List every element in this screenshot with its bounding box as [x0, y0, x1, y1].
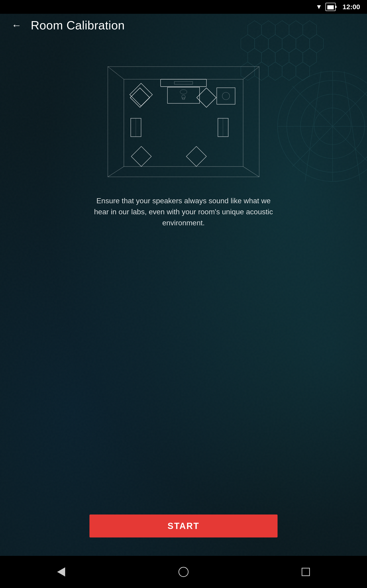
- back-arrow-icon: ←: [11, 19, 22, 31]
- wifi-icon: ▼: [316, 3, 322, 10]
- description-text: Ensure that your speakers always sound l…: [80, 195, 287, 228]
- svg-marker-31: [108, 67, 259, 177]
- subwoofer-diagram: [217, 88, 235, 104]
- side-right-speaker: [218, 118, 228, 137]
- main-content: Ensure that your speakers always sound l…: [0, 37, 367, 556]
- start-button[interactable]: START: [90, 515, 277, 537]
- svg-rect-46: [130, 88, 150, 107]
- back-button[interactable]: ←: [9, 17, 24, 33]
- nav-bar: [0, 556, 367, 588]
- tv-unit-diagram: [167, 87, 200, 103]
- soundbar-diagram: [161, 79, 206, 86]
- svg-line-32: [108, 67, 124, 79]
- svg-line-33: [243, 67, 259, 79]
- page-title: Room Calibration: [31, 18, 125, 32]
- status-icons: ▼ 12:00: [316, 3, 360, 11]
- back-nav-button[interactable]: [50, 563, 73, 581]
- svg-line-34: [108, 166, 124, 177]
- recent-nav-icon: [302, 568, 310, 576]
- svg-rect-38: [174, 82, 193, 84]
- battery-icon: [325, 3, 336, 11]
- rear-right-diamond: [186, 146, 206, 166]
- svg-rect-53: [186, 146, 206, 166]
- status-bar: ▼ 12:00: [0, 0, 367, 14]
- svg-rect-40: [180, 90, 187, 94]
- time-display: 12:00: [342, 3, 360, 11]
- svg-line-35: [243, 166, 259, 177]
- svg-rect-43: [217, 88, 235, 104]
- room-svg: [85, 44, 282, 182]
- svg-rect-52: [131, 146, 151, 166]
- recent-nav-button[interactable]: [294, 563, 317, 581]
- rear-left-diamond: [131, 146, 151, 166]
- back-nav-icon: [57, 567, 65, 577]
- app-bar: ← Room Calibration: [0, 14, 367, 37]
- front-left-diamond: [130, 88, 150, 107]
- home-nav-icon: [178, 567, 189, 577]
- svg-rect-37: [161, 79, 206, 86]
- svg-point-44: [222, 92, 230, 100]
- room-diagram: [85, 44, 282, 182]
- side-left-speaker: [131, 118, 141, 137]
- home-nav-button[interactable]: [172, 563, 195, 581]
- svg-point-41: [182, 95, 185, 99]
